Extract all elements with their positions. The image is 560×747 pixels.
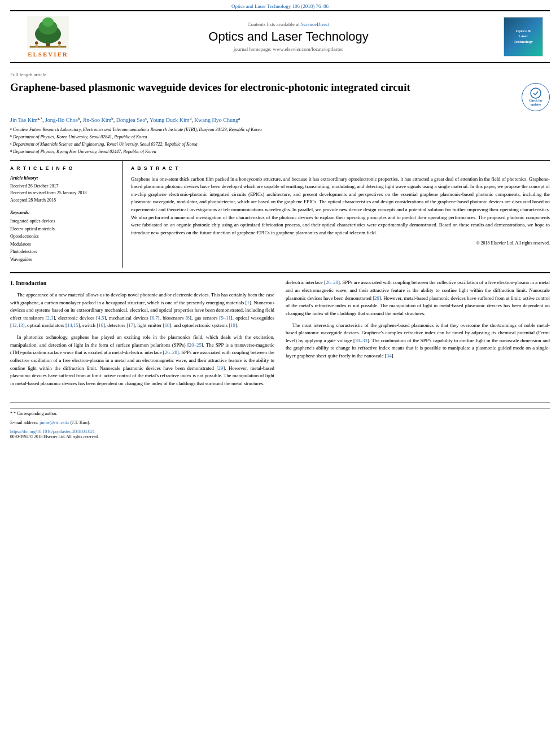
body-two-col: 1. Introduction The appearance of a new … — [10, 279, 550, 391]
article-info-abstract: A R T I C L E I N F O Article history: R… — [10, 160, 550, 268]
elsevier-tree-icon — [25, 16, 71, 50]
article-content: Full length article Graphene-based plasm… — [10, 63, 550, 272]
keywords-section: Keywords: Integrated optics devices Elec… — [10, 210, 116, 264]
ref-29[interactable]: 29 — [218, 365, 223, 371]
intro-para-1: The appearance of a new material allows … — [10, 291, 274, 330]
ref-30-33[interactable]: 30–33 — [355, 338, 368, 343]
keyword-6: Waveguides — [10, 256, 116, 264]
ref-29-r[interactable]: 29 — [374, 295, 379, 301]
journal-header: ELSEVIER Contents lists available at Sci… — [10, 10, 550, 63]
history-received: Received 26 October 2017 — [10, 183, 116, 190]
abstract-col: A B S T R A C T Graphene is a one-atom t… — [123, 161, 550, 268]
email-footnote: E-mail address: jintae@etri.re.kr (J.T. … — [10, 420, 550, 427]
email-person: (J.T. Kim). — [71, 420, 90, 425]
author-kwang-hyo-chung: Kwang Hyo Chung — [194, 117, 238, 123]
ref-17[interactable]: 17 — [128, 322, 133, 328]
affil-b-text: Department of Physics, Korea University,… — [13, 134, 147, 141]
journal-citation-text: Optics and Laser Technology 106 (2018) 7… — [231, 3, 329, 9]
ref-9-11[interactable]: 9–11 — [221, 315, 231, 321]
history-revised: Received in revised form 25 January 2018 — [10, 190, 116, 197]
ref-14-15[interactable]: 14,15 — [67, 322, 78, 328]
author-jin-soo-kim: Jin-Soo Kim — [82, 117, 111, 123]
intro-para-4: The most interesting characteristic of t… — [286, 322, 550, 360]
email-address[interactable]: jintae@etri.re.kr — [40, 420, 69, 425]
affil-c-text: Department of Materials Science and Engi… — [13, 141, 198, 148]
elsevier-label: ELSEVIER — [28, 51, 68, 58]
ref-2-3[interactable]: 2,3 — [47, 315, 54, 321]
article-title-text: Graphene-based plasmonic waveguide devic… — [10, 81, 516, 95]
body-col-right: dielectric interface [26–28]. SPPs are a… — [286, 279, 550, 391]
body-col-left: 1. Introduction The appearance of a new … — [10, 279, 274, 391]
doi-link[interactable]: https://doi.org/10.1016/j.optlastec.2018… — [10, 429, 95, 434]
author-jong-ho-choe: Jong-Ho Choe — [45, 117, 78, 123]
history-accepted: Accepted 28 March 2018 — [10, 197, 116, 204]
ref-6-7[interactable]: 6,7 — [152, 315, 158, 321]
abstract-copyright: © 2018 Elsevier Ltd. All rights reserved… — [131, 241, 550, 246]
abstract-heading: A B S T R A C T — [131, 165, 550, 171]
journal-title: Optics and Laser Technology — [85, 29, 492, 44]
check-updates-badge: Check forupdates — [522, 83, 550, 111]
ref-8[interactable]: 8 — [187, 315, 190, 321]
email-label: E-mail address: — [10, 420, 38, 425]
author-young-duck-kim: Young Duck Kim — [150, 117, 190, 123]
check-updates-text: Check forupdates — [529, 99, 542, 106]
article-type: Full length article — [10, 68, 550, 77]
ref-34[interactable]: 34 — [387, 353, 392, 359]
authors-line: Jin Tae Kima,*, Jong-Ho Choeb, Jin-Soo K… — [10, 116, 550, 124]
corresponding-label: * Corresponding author. — [14, 411, 58, 416]
article-title-block: Graphene-based plasmonic waveguide devic… — [10, 81, 550, 111]
ref-1[interactable]: 1 — [247, 300, 250, 305]
elsevier-logo: ELSEVIER — [17, 16, 79, 58]
page-wrapper: Optics and Laser Technology 106 (2018) 7… — [0, 0, 560, 747]
journal-citation-bar: Optics and Laser Technology 106 (2018) 7… — [0, 0, 560, 10]
ref-26-28-r[interactable]: 26–28 — [326, 279, 338, 285]
ref-4-5[interactable]: 4,5 — [98, 315, 104, 321]
svg-point-10 — [531, 88, 541, 98]
article-info-heading: A R T I C L E I N F O — [10, 165, 116, 171]
ref-18[interactable]: 18 — [165, 322, 170, 328]
journal-homepage: journal homepage: www.elsevier.com/locat… — [85, 46, 492, 52]
footer-copyright: 0030-3992/© 2018 Elsevier Ltd. All right… — [10, 434, 550, 439]
article-info-col: A R T I C L E I N F O Article history: R… — [10, 161, 123, 268]
header-right: Optics &LaserTechnology — [498, 17, 543, 56]
section-1-title: 1. Introduction — [10, 279, 274, 288]
footer-divider — [10, 408, 550, 409]
ref-12-13[interactable]: 12,13 — [12, 322, 23, 328]
ref-16[interactable]: 16 — [98, 322, 103, 328]
check-updates-icon — [530, 88, 541, 99]
body-section: 1. Introduction The appearance of a new … — [10, 272, 550, 391]
keyword-4: Modulators — [10, 241, 116, 248]
sciencedirect-line: Contents lists available at ScienceDirec… — [85, 21, 492, 27]
affil-b: b Department of Physics, Korea Universit… — [10, 134, 550, 141]
svg-point-4 — [42, 18, 54, 27]
corresponding-author-footnote: * * Corresponding author. — [10, 410, 550, 418]
journal-thumbnail: Optics &LaserTechnology — [504, 17, 543, 56]
affiliations-block: a Creative Future Research Laboratory, E… — [10, 126, 550, 155]
doi-line: https://doi.org/10.1016/j.optlastec.2018… — [10, 429, 550, 434]
affil-c: c Department of Materials Science and En… — [10, 141, 550, 148]
affil-a-text: Creative Future Research Laboratory, Ele… — [13, 126, 262, 134]
header-center: Contents lists available at ScienceDirec… — [79, 21, 498, 52]
keyword-1: Integrated optics devices — [10, 217, 116, 225]
intro-para-2: In photonics technology, graphene has pl… — [10, 334, 274, 387]
ref-20-25[interactable]: 20–25 — [189, 342, 202, 348]
keyword-2: Electro-optical materials — [10, 225, 116, 233]
svg-rect-5 — [30, 46, 67, 48]
sciencedirect-link[interactable]: ScienceDirect — [301, 21, 329, 27]
footer: * * Corresponding author. E-mail address… — [10, 403, 550, 439]
abstract-text: Graphene is a one-atom thick carbon film… — [131, 176, 550, 237]
keyword-3: Optoelectronics — [10, 233, 116, 241]
journal-thumb-label: Optics &LaserTechnology — [514, 29, 533, 44]
header-left: ELSEVIER — [17, 16, 79, 58]
ref-26-28[interactable]: 26–28 — [165, 350, 177, 355]
article-history-label: Article history: — [10, 176, 116, 181]
svg-point-7 — [58, 41, 62, 45]
affil-a: a Creative Future Research Laboratory, E… — [10, 126, 550, 134]
ref-19[interactable]: 19 — [230, 322, 235, 328]
svg-point-6 — [35, 41, 38, 45]
author-dongjea-seo: Dongjea Seo — [116, 117, 145, 123]
section-1-number: 1. Introduction — [10, 280, 46, 286]
affil-d-text: Department of Physics, Kyung Hee Univers… — [13, 148, 156, 156]
svg-rect-9 — [58, 45, 60, 48]
affil-d: d Department of Physics, Kyung Hee Unive… — [10, 148, 550, 156]
